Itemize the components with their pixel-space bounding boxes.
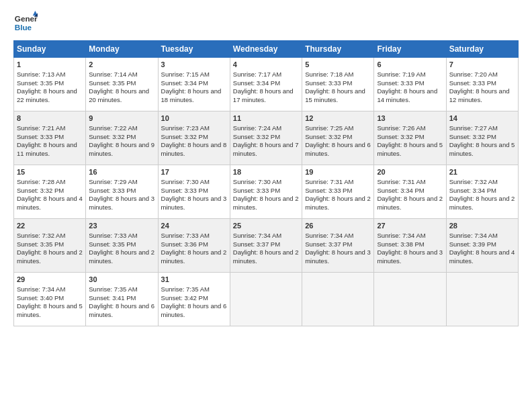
calendar-header-row: SundayMondayTuesdayWednesdayThursdayFrid…: [14, 41, 519, 58]
calendar-cell: 12Sunrise: 7:25 AMSunset: 3:32 PMDayligh…: [302, 111, 374, 165]
calendar-cell: 28Sunrise: 7:34 AMSunset: 3:39 PMDayligh…: [446, 219, 518, 273]
day-number: 14: [449, 113, 515, 124]
calendar-cell: 29Sunrise: 7:34 AMSunset: 3:40 PMDayligh…: [14, 273, 86, 326]
calendar-cell: [230, 273, 302, 326]
calendar-week-2: 8Sunrise: 7:21 AMSunset: 3:33 PMDaylight…: [14, 111, 519, 165]
day-number: 26: [305, 221, 371, 231]
calendar-cell: 31Sunrise: 7:35 AMSunset: 3:42 PMDayligh…: [158, 273, 230, 326]
day-number: 23: [89, 221, 154, 231]
day-number: 5: [305, 60, 371, 70]
day-number: 31: [161, 275, 227, 285]
day-number: 11: [233, 113, 299, 124]
calendar-cell: [374, 273, 446, 326]
calendar-cell: 3Sunrise: 7:15 AMSunset: 3:34 PMDaylight…: [158, 58, 230, 111]
calendar-cell: 17Sunrise: 7:30 AMSunset: 3:33 PMDayligh…: [158, 165, 230, 219]
calendar-cell: 13Sunrise: 7:26 AMSunset: 3:32 PMDayligh…: [374, 111, 446, 165]
calendar-cell: 26Sunrise: 7:34 AMSunset: 3:37 PMDayligh…: [302, 219, 374, 273]
calendar-cell: 18Sunrise: 7:30 AMSunset: 3:33 PMDayligh…: [230, 165, 302, 219]
page-header: General Blue: [13, 11, 519, 35]
calendar-cell: 19Sunrise: 7:31 AMSunset: 3:33 PMDayligh…: [302, 165, 374, 219]
day-number: 24: [161, 221, 227, 231]
day-number: 20: [377, 167, 443, 177]
calendar-cell: 10Sunrise: 7:23 AMSunset: 3:32 PMDayligh…: [158, 111, 230, 165]
calendar-week-3: 15Sunrise: 7:28 AMSunset: 3:32 PMDayligh…: [14, 165, 519, 219]
day-number: 25: [233, 221, 299, 231]
calendar-week-5: 29Sunrise: 7:34 AMSunset: 3:40 PMDayligh…: [14, 273, 519, 326]
day-number: 27: [377, 221, 443, 231]
day-number: 1: [17, 60, 83, 70]
calendar-cell: 27Sunrise: 7:34 AMSunset: 3:38 PMDayligh…: [374, 219, 446, 273]
calendar-cell: 23Sunrise: 7:33 AMSunset: 3:35 PMDayligh…: [86, 219, 158, 273]
calendar-cell: 7Sunrise: 7:20 AMSunset: 3:33 PMDaylight…: [446, 58, 518, 111]
calendar-cell: 21Sunrise: 7:32 AMSunset: 3:34 PMDayligh…: [446, 165, 518, 219]
calendar-cell: 30Sunrise: 7:35 AMSunset: 3:41 PMDayligh…: [86, 273, 158, 326]
logo: General Blue: [13, 11, 40, 35]
day-number: 17: [161, 167, 227, 177]
calendar-cell: 20Sunrise: 7:31 AMSunset: 3:34 PMDayligh…: [374, 165, 446, 219]
day-number: 30: [89, 275, 154, 285]
svg-text:Blue: Blue: [15, 23, 32, 32]
day-number: 15: [17, 167, 83, 177]
calendar-cell: 9Sunrise: 7:22 AMSunset: 3:32 PMDaylight…: [86, 111, 158, 165]
calendar-cell: 2Sunrise: 7:14 AMSunset: 3:35 PMDaylight…: [86, 58, 158, 111]
day-number: 2: [89, 60, 154, 70]
day-number: 8: [17, 113, 83, 124]
day-number: 16: [89, 167, 154, 177]
day-number: 29: [17, 275, 83, 285]
calendar-table: SundayMondayTuesdayWednesdayThursdayFrid…: [13, 40, 519, 326]
day-number: 4: [233, 60, 299, 70]
day-number: 3: [161, 60, 227, 70]
weekday-header-monday: Monday: [86, 41, 158, 58]
calendar-week-4: 22Sunrise: 7:32 AMSunset: 3:35 PMDayligh…: [14, 219, 519, 273]
day-number: 21: [449, 167, 515, 177]
day-number: 13: [377, 113, 443, 124]
calendar-cell: 5Sunrise: 7:18 AMSunset: 3:33 PMDaylight…: [302, 58, 374, 111]
weekday-header-saturday: Saturday: [446, 41, 518, 58]
calendar-cell: 22Sunrise: 7:32 AMSunset: 3:35 PMDayligh…: [14, 219, 86, 273]
calendar-cell: 24Sunrise: 7:33 AMSunset: 3:36 PMDayligh…: [158, 219, 230, 273]
weekday-header-tuesday: Tuesday: [158, 41, 230, 58]
calendar-cell: [446, 273, 518, 326]
weekday-header-sunday: Sunday: [14, 41, 86, 58]
day-number: 10: [161, 113, 227, 124]
day-number: 28: [449, 221, 515, 231]
calendar-cell: [302, 273, 374, 326]
calendar-week-1: 1Sunrise: 7:13 AMSunset: 3:35 PMDaylight…: [14, 58, 519, 111]
weekday-header-thursday: Thursday: [302, 41, 374, 58]
day-number: 12: [305, 113, 371, 124]
weekday-header-friday: Friday: [374, 41, 446, 58]
calendar-cell: 15Sunrise: 7:28 AMSunset: 3:32 PMDayligh…: [14, 165, 86, 219]
calendar-cell: 4Sunrise: 7:17 AMSunset: 3:34 PMDaylight…: [230, 58, 302, 111]
day-number: 22: [17, 221, 83, 231]
day-number: 6: [377, 60, 443, 70]
day-number: 9: [89, 113, 154, 124]
calendar-cell: 6Sunrise: 7:19 AMSunset: 3:33 PMDaylight…: [374, 58, 446, 111]
calendar-cell: 16Sunrise: 7:29 AMSunset: 3:33 PMDayligh…: [86, 165, 158, 219]
day-number: 7: [449, 60, 515, 70]
calendar-cell: 11Sunrise: 7:24 AMSunset: 3:32 PMDayligh…: [230, 111, 302, 165]
calendar-cell: 14Sunrise: 7:27 AMSunset: 3:32 PMDayligh…: [446, 111, 518, 165]
calendar-cell: 8Sunrise: 7:21 AMSunset: 3:33 PMDaylight…: [14, 111, 86, 165]
calendar-cell: 1Sunrise: 7:13 AMSunset: 3:35 PMDaylight…: [14, 58, 86, 111]
weekday-header-wednesday: Wednesday: [230, 41, 302, 58]
day-number: 19: [305, 167, 371, 177]
logo-icon: General Blue: [13, 11, 38, 35]
day-number: 18: [233, 167, 299, 177]
calendar-cell: 25Sunrise: 7:34 AMSunset: 3:37 PMDayligh…: [230, 219, 302, 273]
